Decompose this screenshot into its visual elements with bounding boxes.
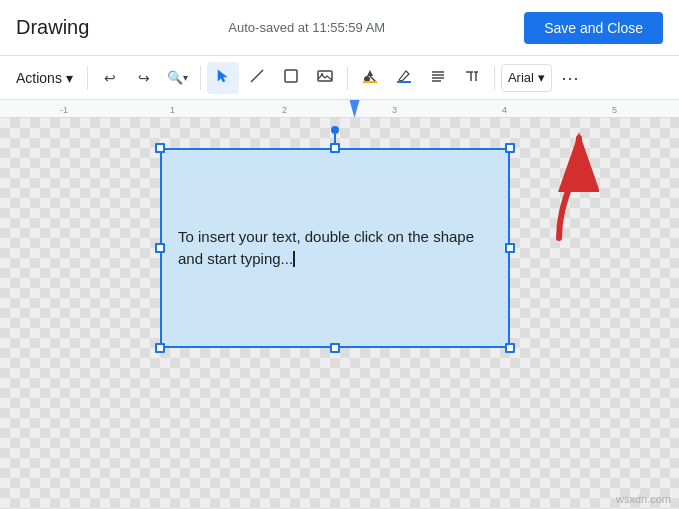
ruler-mark-2: 2 bbox=[282, 105, 287, 115]
ruler: -1 1 2 3 4 5 bbox=[0, 100, 679, 118]
resize-handle-middle-left[interactable] bbox=[155, 243, 165, 253]
shape-box[interactable]: To insert your text, double click on the… bbox=[160, 148, 510, 348]
svg-rect-6 bbox=[397, 81, 411, 83]
svg-rect-1 bbox=[285, 70, 297, 82]
select-tool-button[interactable] bbox=[207, 62, 239, 94]
line-icon bbox=[249, 68, 265, 87]
font-selector[interactable]: Arial ▾ bbox=[501, 64, 552, 92]
text-format-button[interactable] bbox=[456, 62, 488, 94]
fill-color-button[interactable] bbox=[354, 62, 386, 94]
shape-icon bbox=[283, 68, 299, 87]
text-align-button[interactable] bbox=[422, 62, 454, 94]
image-icon bbox=[317, 68, 333, 87]
toolbar-divider-4 bbox=[494, 66, 495, 90]
actions-menu-button[interactable]: Actions ▾ bbox=[8, 66, 81, 90]
select-icon bbox=[215, 68, 231, 87]
redo-icon: ↪ bbox=[138, 70, 150, 86]
resize-handle-bottom-center[interactable] bbox=[330, 343, 340, 353]
drawing-canvas[interactable]: To insert your text, double click on the… bbox=[0, 118, 679, 509]
ruler-mark-1: 1 bbox=[170, 105, 175, 115]
watermark: wsxdn.com bbox=[616, 493, 671, 505]
ruler-mark-4: 4 bbox=[502, 105, 507, 115]
autosave-status: Auto-saved at 11:55:59 AM bbox=[228, 20, 385, 35]
rotation-handle[interactable] bbox=[331, 126, 339, 134]
resize-handle-top-left[interactable] bbox=[155, 143, 165, 153]
selected-shape-container[interactable]: To insert your text, double click on the… bbox=[160, 148, 510, 348]
line-color-icon bbox=[396, 68, 412, 87]
text-align-icon bbox=[430, 68, 446, 87]
toolbar: Actions ▾ ↩ ↪ 🔍 ▾ bbox=[0, 56, 679, 100]
resize-handle-bottom-left[interactable] bbox=[155, 343, 165, 353]
svg-line-0 bbox=[251, 70, 263, 82]
svg-rect-5 bbox=[363, 81, 377, 83]
undo-button[interactable]: ↩ bbox=[94, 62, 126, 94]
header-left: Drawing bbox=[16, 16, 89, 39]
zoom-dropdown-icon: ▾ bbox=[183, 72, 188, 83]
more-options-button[interactable]: ⋯ bbox=[554, 62, 586, 94]
zoom-icon: 🔍 bbox=[167, 70, 183, 85]
ruler-mark-minus1: -1 bbox=[60, 105, 68, 115]
more-options-icon: ⋯ bbox=[561, 67, 579, 89]
toolbar-divider-2 bbox=[200, 66, 201, 90]
image-tool-button[interactable] bbox=[309, 62, 341, 94]
svg-rect-2 bbox=[318, 71, 332, 81]
save-and-close-button[interactable]: Save and Close bbox=[524, 12, 663, 44]
line-tool-button[interactable] bbox=[241, 62, 273, 94]
app-title: Drawing bbox=[16, 16, 89, 39]
undo-icon: ↩ bbox=[104, 70, 116, 86]
redo-button[interactable]: ↪ bbox=[128, 62, 160, 94]
line-color-button[interactable] bbox=[388, 62, 420, 94]
resize-handle-top-center[interactable] bbox=[330, 143, 340, 153]
resize-handle-middle-right[interactable] bbox=[505, 243, 515, 253]
actions-label: Actions bbox=[16, 70, 62, 86]
shape-text[interactable]: To insert your text, double click on the… bbox=[178, 226, 474, 271]
resize-handle-bottom-right[interactable] bbox=[505, 343, 515, 353]
ruler-position-marker bbox=[350, 100, 360, 118]
toolbar-divider-3 bbox=[347, 66, 348, 90]
fill-icon bbox=[362, 68, 378, 87]
text-format-icon bbox=[464, 68, 480, 87]
toolbar-divider-1 bbox=[87, 66, 88, 90]
font-label: Arial bbox=[508, 70, 534, 85]
resize-handle-top-right[interactable] bbox=[505, 143, 515, 153]
actions-dropdown-icon: ▾ bbox=[66, 70, 73, 86]
app-header: Drawing Auto-saved at 11:55:59 AM Save a… bbox=[0, 0, 679, 56]
shape-tool-button[interactable] bbox=[275, 62, 307, 94]
font-dropdown-icon: ▾ bbox=[538, 70, 545, 85]
ruler-mark-3: 3 bbox=[392, 105, 397, 115]
zoom-button[interactable]: 🔍 ▾ bbox=[162, 62, 194, 94]
text-cursor bbox=[293, 251, 295, 267]
ruler-mark-5: 5 bbox=[612, 105, 617, 115]
